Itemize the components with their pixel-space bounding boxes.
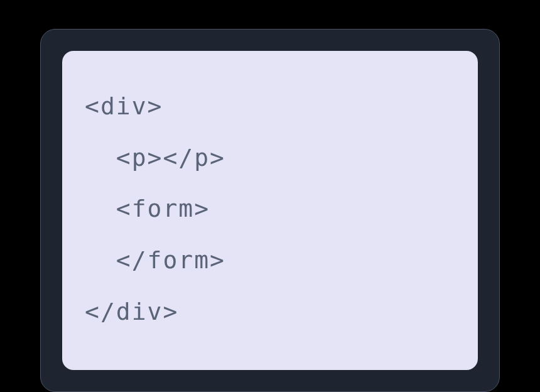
code-block: <div> <p></p> <form> </form> </div> [62, 51, 478, 370]
code-line-4: </form> [85, 235, 455, 286]
code-line-3: <form> [85, 183, 455, 235]
code-line-5: </div> [85, 286, 455, 338]
code-line-1: <div> [85, 81, 455, 133]
code-line-2: <p></p> [85, 133, 455, 184]
code-container: <div> <p></p> <form> </form> </div> [40, 29, 500, 392]
